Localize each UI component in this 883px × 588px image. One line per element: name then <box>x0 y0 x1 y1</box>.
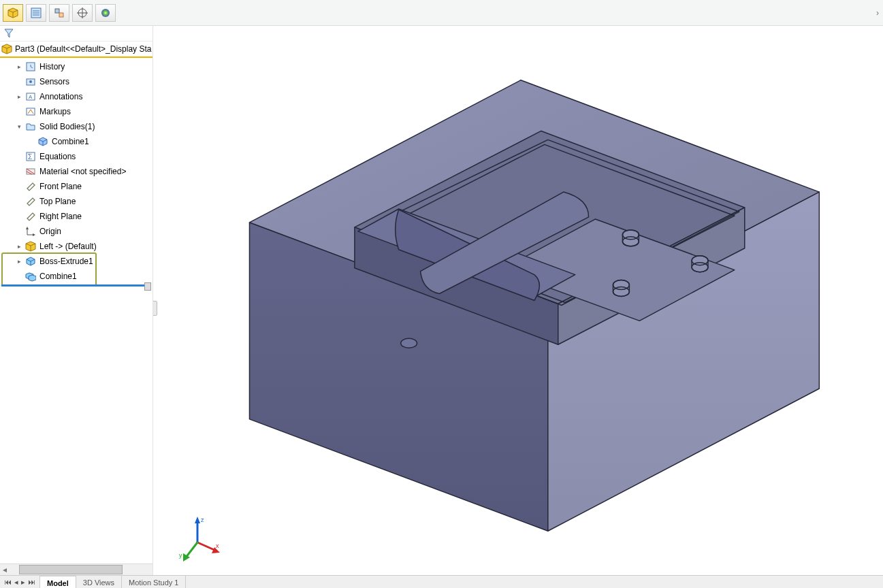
tree-node-label: History <box>39 62 65 71</box>
rollback-handle-icon <box>144 282 151 291</box>
triad-x-label: x <box>216 542 219 549</box>
rollback-bar[interactable] <box>1 284 150 287</box>
manager-tabs <box>0 0 118 25</box>
tree-node-label: Solid Bodies(1) <box>39 122 95 131</box>
tree-node-label: Annotations <box>39 92 82 101</box>
tree-node-label: Equations <box>39 152 76 161</box>
tree-node-label: Markups <box>39 107 71 116</box>
solid-icon <box>37 135 49 148</box>
feature-icon <box>25 255 37 267</box>
bottom-tab-3d-views[interactable]: 3D Views <box>76 576 122 588</box>
triad-z-label: z <box>201 517 204 523</box>
bottom-tab-nav[interactable]: ⏮ ◂ ▸ ⏭ <box>0 576 40 588</box>
history-icon <box>25 61 37 73</box>
tree-node-history[interactable]: ▸History <box>0 59 152 74</box>
tabs-overflow[interactable]: › <box>876 0 883 25</box>
tree-node-label: Left -> (Default) <box>39 242 97 251</box>
plane-icon <box>25 210 37 223</box>
bottom-tab-motion-study[interactable]: Motion Study 1 <box>122 576 186 588</box>
tab-feature-manager[interactable] <box>3 4 23 22</box>
tab-property-manager[interactable] <box>26 4 46 22</box>
expander-spacer <box>15 152 23 161</box>
orientation-triad[interactable]: z x y <box>174 515 221 563</box>
tree-node-label: Combine1 <box>39 272 77 281</box>
tree-node-sensors[interactable]: Sensors <box>0 74 152 89</box>
expander-spacer <box>15 108 23 116</box>
expander-spacer <box>15 197 23 206</box>
tab-display-manager[interactable] <box>95 4 116 22</box>
bottom-tab-label: Motion Study 1 <box>129 578 178 587</box>
expander-spacer <box>15 272 23 280</box>
tree-node-markups[interactable]: Markups <box>0 104 152 119</box>
tree-node-boss-extrude1[interactable]: ▸Boss-Extrude1 <box>0 254 152 269</box>
svg-line-39 <box>197 542 216 551</box>
feature-tree: ▸HistorySensors▸AnnotationsMarkups▾Solid… <box>0 58 152 564</box>
tree-node-label: Combine1 <box>52 137 89 146</box>
tree-node-top-plane[interactable]: Top Plane <box>0 194 152 209</box>
nav-first-icon[interactable]: ⏮ <box>3 578 13 586</box>
appearance-icon <box>100 7 111 18</box>
graphics-viewport[interactable]: z x y <box>153 26 883 575</box>
tree-node-front-plane[interactable]: Front Plane <box>0 179 152 194</box>
funnel-icon <box>4 29 14 38</box>
origin-icon <box>25 225 37 238</box>
tree-horizontal-scrollbar[interactable]: ◂ <box>0 564 152 575</box>
tree-node-equations[interactable]: Equations <box>0 149 152 164</box>
nav-last-icon[interactable]: ⏭ <box>27 578 37 586</box>
sensor-icon <box>25 76 37 88</box>
cube-gold-icon <box>7 7 18 18</box>
expander-icon[interactable]: ▸ <box>15 242 23 250</box>
tree-node-annotations[interactable]: ▸Annotations <box>0 89 152 104</box>
combine-icon <box>25 270 37 282</box>
svg-line-41 <box>186 542 197 557</box>
expander-icon[interactable]: ▾ <box>15 122 23 131</box>
cube-gold-icon <box>25 240 37 252</box>
target-icon <box>77 7 88 18</box>
expander-icon[interactable]: ▸ <box>15 93 23 101</box>
tab-configuration-manager[interactable] <box>49 4 69 22</box>
tree-node-label: Sensors <box>39 77 69 86</box>
bottom-tab-label: 3D Views <box>83 578 114 587</box>
list-icon <box>31 7 42 18</box>
expander-icon[interactable]: ▸ <box>15 63 23 71</box>
tab-dimxpert-manager[interactable] <box>72 4 93 22</box>
tree-root-label: Part3 (Default<<Default>_Display Sta <box>15 44 151 54</box>
expander-spacer <box>15 182 23 191</box>
svg-rect-6 <box>55 9 59 13</box>
sigma-icon <box>25 150 37 163</box>
expander-spacer <box>15 78 23 86</box>
expander-icon[interactable]: ▸ <box>15 257 23 265</box>
markup-icon <box>25 105 37 118</box>
triad-y-label: y <box>179 552 182 559</box>
tree-node-combine1[interactable]: Combine1 <box>0 269 152 284</box>
svg-rect-7 <box>59 13 63 17</box>
bottom-tab-label: Model <box>47 579 69 587</box>
svg-marker-12 <box>5 29 13 37</box>
plane-icon <box>25 180 37 193</box>
nav-prev-icon[interactable]: ◂ <box>13 578 20 587</box>
tree-node-solid-bodies-1[interactable]: ▾Solid Bodies(1) <box>0 119 152 134</box>
scrollbar-thumb[interactable] <box>19 565 123 574</box>
annot-icon <box>25 91 37 103</box>
expander-spacer <box>15 212 23 220</box>
tree-node-material-not-specified[interactable]: Material <not specified> <box>0 164 152 179</box>
folder-solid-icon <box>25 120 37 133</box>
model-scene <box>153 26 883 575</box>
manager-tabs-toolbar: › <box>0 0 883 26</box>
feature-tree-panel: Part3 (Default<<Default>_Display Sta ▸Hi… <box>0 26 153 575</box>
tree-root-node[interactable]: Part3 (Default<<Default>_Display Sta <box>0 42 152 58</box>
svg-point-24 <box>401 338 417 348</box>
svg-marker-38 <box>195 517 200 523</box>
tree-node-origin[interactable]: Origin <box>0 224 152 239</box>
bottom-tab-model[interactable]: Model <box>40 576 76 588</box>
expander-spacer <box>15 227 23 235</box>
tree-node-combine1[interactable]: Combine1 <box>0 134 152 149</box>
expander-spacer <box>15 167 23 176</box>
config-icon <box>54 7 65 18</box>
cube-gold-icon <box>1 44 12 54</box>
tree-node-label: Front Plane <box>39 182 82 191</box>
nav-next-icon[interactable]: ▸ <box>20 578 27 587</box>
tree-node-left-default[interactable]: ▸Left -> (Default) <box>0 239 152 254</box>
tree-filter-row[interactable] <box>0 26 152 42</box>
tree-node-right-plane[interactable]: Right Plane <box>0 209 152 224</box>
